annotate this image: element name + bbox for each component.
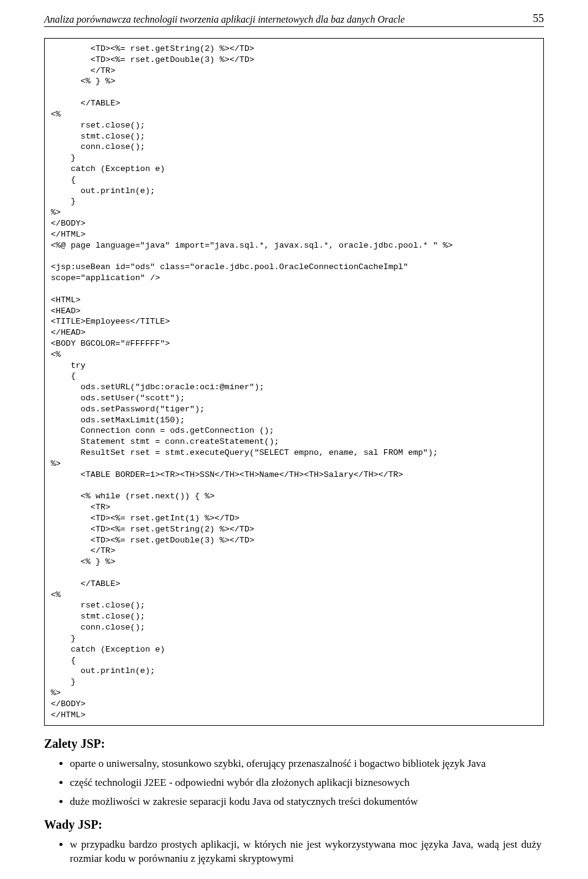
code-listing: <TD><%= rset.getString(2) %></TD> <TD><%… xyxy=(44,38,544,726)
list-item: część technologii J2EE - odpowiedni wybó… xyxy=(70,776,544,790)
header-title: Analiza porównawcza technologii tworzeni… xyxy=(44,14,405,25)
list-item: w przypadku bardzo prostych aplikacji, w… xyxy=(70,838,544,866)
disadvantages-heading: Wady JSP: xyxy=(44,818,544,832)
advantages-list: oparte o uniwersalny, stosunkowo szybki,… xyxy=(44,757,544,809)
page-number: 55 xyxy=(533,12,544,25)
page-container: Analiza porównawcza technologii tworzeni… xyxy=(0,0,588,879)
list-item: oparte o uniwersalny, stosunkowo szybki,… xyxy=(70,757,544,771)
page-header: Analiza porównawcza technologii tworzeni… xyxy=(44,12,544,27)
advantages-heading: Zalety JSP: xyxy=(44,737,544,751)
list-item: duże możliwości w zakresie separacji kod… xyxy=(70,795,544,809)
disadvantages-list: w przypadku bardzo prostych aplikacji, w… xyxy=(44,838,544,866)
